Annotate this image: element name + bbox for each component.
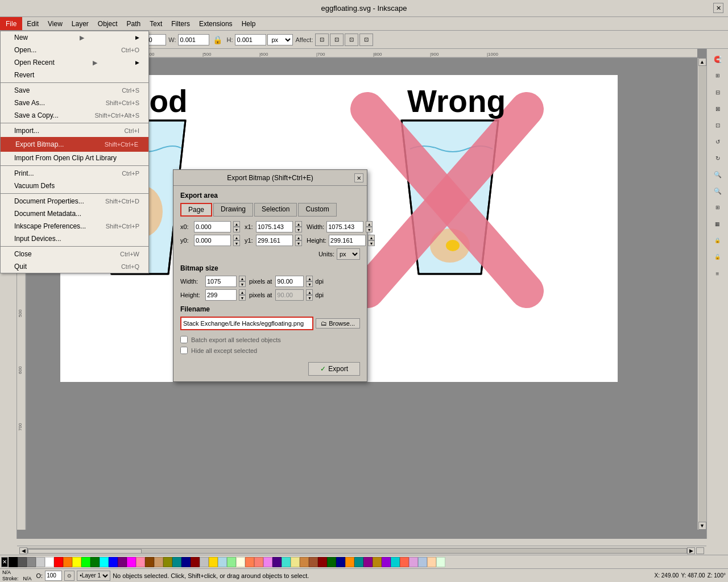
export-tab-page[interactable]: Page	[180, 203, 212, 217]
color-silver[interactable]	[200, 557, 209, 567]
color-gold[interactable]	[209, 557, 218, 567]
export-dialog-close-button[interactable]: ✕	[354, 173, 363, 182]
y1-up[interactable]: ▲	[295, 235, 302, 240]
menu-item-vacuum[interactable]: Vacuum Defs	[1, 180, 148, 192]
bitmap-width-dpi-input[interactable]	[275, 276, 304, 287]
file-menu[interactable]: File	[0, 17, 22, 30]
help-menu[interactable]: Help	[237, 17, 260, 30]
bh-dpi-up[interactable]: ▲	[306, 289, 313, 295]
menu-item-print[interactable]: Print... Ctrl+P	[1, 167, 148, 180]
color-darkorange[interactable]	[345, 557, 354, 567]
color-olive[interactable]	[163, 557, 172, 567]
bw-down[interactable]: ▼	[239, 281, 246, 287]
snap-btn-5[interactable]: ⊡	[710, 117, 726, 133]
window-close-button[interactable]: ✕	[713, 3, 723, 13]
x0-input[interactable]	[194, 221, 231, 232]
snap-btn-1[interactable]: 🧲	[710, 51, 726, 67]
bh-up[interactable]: ▲	[239, 289, 246, 295]
batch-export-checkbox[interactable]	[180, 336, 188, 343]
scrollbar-horizontal[interactable]: ◀ ▶	[17, 546, 706, 555]
layer-select[interactable]: •Layer 1	[77, 571, 110, 581]
menu-item-input-devices[interactable]: Input Devices...	[1, 232, 148, 245]
color-turquoise[interactable]	[282, 557, 291, 567]
bitmap-width-input[interactable]	[205, 276, 237, 287]
color-extra4[interactable]	[427, 557, 436, 567]
color-violet[interactable]	[263, 557, 272, 567]
units-select[interactable]: px mm in	[267, 34, 293, 45]
x0-up[interactable]: ▲	[233, 221, 240, 227]
width-input[interactable]	[326, 221, 363, 232]
view-btn-5[interactable]: ≡	[710, 265, 726, 281]
y1-down[interactable]: ▼	[295, 240, 302, 246]
lock-btn[interactable]: 🔒	[210, 33, 224, 47]
snap-btn-3[interactable]: ⊟	[710, 84, 726, 100]
scroll-up-btn[interactable]: ▲	[698, 58, 706, 66]
scrollbar-right[interactable]: ▲ ▼	[697, 58, 706, 530]
menu-item-import-clip[interactable]: Import From Open Clip Art Library	[1, 152, 148, 164]
color-maroon[interactable]	[191, 557, 200, 567]
menu-item-close[interactable]: Close Ctrl+W	[1, 248, 148, 260]
menu-item-doc-props[interactable]: Document Properties... Shift+Ctrl+D	[1, 195, 148, 207]
color-navy[interactable]	[181, 557, 191, 567]
x0-down[interactable]: ▼	[233, 227, 240, 232]
color-darkviolet[interactable]	[382, 557, 391, 567]
view-btn-2[interactable]: ▦	[710, 216, 726, 232]
export-tab-custom[interactable]: Custom	[298, 203, 336, 217]
color-tan[interactable]	[154, 557, 163, 567]
browse-button[interactable]: 🗂 Browse...	[316, 318, 360, 329]
width-spinner[interactable]: ▲ ▼	[366, 221, 373, 232]
x1-down[interactable]: ▼	[295, 227, 302, 232]
color-green[interactable]	[90, 557, 100, 567]
bw-dpi-up[interactable]: ▲	[306, 276, 313, 281]
color-white[interactable]	[45, 557, 54, 567]
color-yellow[interactable]	[72, 557, 81, 567]
export-button[interactable]: ✓ Export	[308, 362, 360, 376]
text-menu[interactable]: Text	[145, 17, 167, 30]
menu-item-open-recent[interactable]: Open Recent ▶	[1, 56, 148, 69]
export-tab-selection[interactable]: Selection	[254, 203, 297, 217]
height-down[interactable]: ▼	[368, 240, 375, 246]
color-purple[interactable]	[118, 557, 127, 567]
color-darkturquoise[interactable]	[391, 557, 400, 567]
bitmap-height-dpi-input[interactable]	[275, 289, 304, 301]
y1-input[interactable]	[256, 235, 293, 246]
menu-item-inkscape-prefs[interactable]: Inkscape Preferences... Shift+Ctrl+P	[1, 220, 148, 232]
color-extra3[interactable]	[418, 557, 427, 567]
snap-btn-2[interactable]: ⊞	[710, 68, 726, 84]
color-khaki[interactable]	[291, 557, 300, 567]
h-coord-input[interactable]	[235, 34, 266, 45]
snap-btn-4[interactable]: ⊠	[710, 101, 726, 117]
height-input[interactable]	[329, 235, 366, 246]
color-lightyellow[interactable]	[236, 557, 245, 567]
filters-menu[interactable]: Filters	[167, 17, 195, 30]
menu-item-save[interactable]: Save Ctrl+S	[1, 84, 148, 97]
color-extra2[interactable]	[409, 557, 418, 567]
menu-item-export-bitmap[interactable]: Export Bitmap... Shift+Ctrl+E	[1, 137, 148, 152]
opacity-icon[interactable]: ⊙	[64, 571, 75, 581]
scroll-down-btn[interactable]: ▼	[698, 522, 706, 530]
x1-spinner[interactable]: ▲ ▼	[295, 221, 302, 232]
x1-input[interactable]	[256, 221, 293, 232]
y0-down[interactable]: ▼	[233, 240, 240, 246]
object-menu[interactable]: Object	[93, 17, 122, 30]
scroll-right-btn[interactable]: ▶	[687, 547, 695, 554]
menu-item-new[interactable]: New ▶	[1, 31, 148, 44]
snap-btn-7[interactable]: ↻	[710, 150, 726, 166]
color-extra1[interactable]	[400, 557, 409, 567]
x0-spinner[interactable]: ▲ ▼	[233, 221, 240, 232]
hide-except-checkbox[interactable]	[180, 347, 188, 354]
bw-dpi-down[interactable]: ▼	[306, 281, 313, 287]
color-red[interactable]	[54, 557, 63, 567]
menu-item-open[interactable]: Open... Ctrl+O	[1, 44, 148, 56]
snap-btn-6[interactable]: ↺	[710, 134, 726, 149]
zoom-out-btn[interactable]: 🔍	[710, 183, 726, 199]
width-up[interactable]: ▲	[366, 221, 373, 227]
menu-item-save-copy[interactable]: Save a Copy... Shift+Ctrl+Alt+S	[1, 109, 148, 122]
bh-dpi-down[interactable]: ▼	[306, 295, 313, 301]
color-salmon[interactable]	[254, 557, 263, 567]
affect-btn-3[interactable]: ⊡	[345, 34, 358, 46]
view-btn-3[interactable]: 🔒	[710, 232, 726, 248]
path-menu[interactable]: Path	[122, 17, 146, 30]
zoom-in-btn[interactable]: 🔍	[710, 167, 726, 182]
no-color-btn[interactable]: ✕	[1, 557, 8, 567]
